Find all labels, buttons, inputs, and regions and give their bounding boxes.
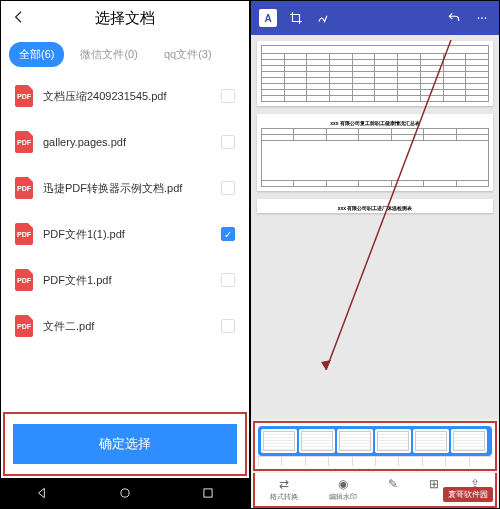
confirm-highlight: 确定选择 (3, 412, 247, 476)
doc-page-2: xxx 有限公司复工前职工健康情况汇总表 (257, 114, 493, 191)
file-name: 迅捷PDF转换器示例文档.pdf (43, 181, 211, 196)
pdf-icon: PDF (15, 131, 33, 153)
svg-point-3 (481, 17, 483, 19)
table-title: xxx 有限公司复工前职工健康情况汇总表 (261, 118, 489, 128)
pdf-icon: PDF (15, 177, 33, 199)
doc-page-3: xxx 有限公司职工进厂体温检测表 (257, 199, 493, 213)
document-viewport[interactable]: xxx 有限公司复工前职工健康情况汇总表 xxx 有限公司职工进厂体温检测表 (251, 35, 499, 419)
site-watermark: 寰哥软件园 (443, 487, 493, 502)
nav-home-icon[interactable] (118, 486, 132, 500)
file-row[interactable]: PDF PDF文件1.pdf (1, 257, 249, 303)
svg-point-2 (478, 17, 480, 19)
file-checkbox[interactable] (221, 135, 235, 149)
file-name: 文件二.pdf (43, 319, 211, 334)
thumbnails-highlight (253, 421, 497, 471)
menu-item-3[interactable]: ✎ (388, 477, 398, 502)
file-row[interactable]: PDF gallery.pages.pdf (1, 119, 249, 165)
crop-tool-icon[interactable] (287, 9, 305, 27)
tab-all[interactable]: 全部(6) (9, 42, 64, 67)
picker-header: 选择文档 (1, 1, 249, 36)
nav-back-icon[interactable] (35, 486, 49, 500)
thumb-page[interactable] (299, 429, 335, 453)
file-row[interactable]: PDF PDF文件1(1).pdf (1, 211, 249, 257)
page-thumbnails[interactable] (258, 426, 492, 456)
tool-icon: ⊞ (429, 477, 439, 491)
filter-tabs: 全部(6) 微信文件(0) qq文件(3) (1, 36, 249, 73)
doc-page-1 (257, 41, 493, 106)
menu-convert[interactable]: ⇄格式转换 (270, 477, 298, 502)
file-name: PDF文件1(1).pdf (43, 227, 211, 242)
android-nav (1, 478, 249, 508)
thumb-page[interactable] (451, 429, 487, 453)
file-checkbox[interactable] (221, 227, 235, 241)
confirm-button[interactable]: 确定选择 (13, 424, 237, 464)
file-list: PDF 文档压缩2409231545.pdf PDF gallery.pages… (1, 73, 249, 410)
editor-toolbar: A (251, 1, 499, 35)
watermark-icon: ◉ (338, 477, 348, 491)
file-row[interactable]: PDF 文件二.pdf (1, 303, 249, 349)
pdf-editor-panel: A xxx 有限公司复工前职工健康情况汇总表 (250, 0, 500, 509)
svg-point-0 (121, 489, 129, 497)
tab-qq[interactable]: qq文件(3) (154, 42, 222, 67)
file-name: gallery.pages.pdf (43, 136, 211, 148)
menu-watermark[interactable]: ◉编辑水印 (329, 477, 357, 502)
pdf-icon: PDF (15, 85, 33, 107)
text-tool-icon[interactable]: A (259, 9, 277, 27)
file-checkbox[interactable] (221, 319, 235, 333)
thumb-page[interactable] (413, 429, 449, 453)
svg-rect-1 (204, 489, 212, 497)
tab-wechat[interactable]: 微信文件(0) (70, 42, 147, 67)
svg-point-4 (485, 17, 487, 19)
svg-marker-6 (321, 360, 331, 370)
pdf-icon: PDF (15, 315, 33, 337)
file-name: 文档压缩2409231545.pdf (43, 89, 211, 104)
thumb-page[interactable] (261, 429, 297, 453)
page-title: 选择文档 (11, 9, 239, 28)
file-row[interactable]: PDF 文档压缩2409231545.pdf (1, 73, 249, 119)
undo-icon[interactable] (445, 9, 463, 27)
thumb-page[interactable] (337, 429, 373, 453)
nav-recent-icon[interactable] (201, 486, 215, 500)
ruler (258, 456, 492, 466)
file-checkbox[interactable] (221, 181, 235, 195)
sign-tool-icon[interactable] (315, 9, 333, 27)
file-row[interactable]: PDF 迅捷PDF转换器示例文档.pdf (1, 165, 249, 211)
tool-icon: ✎ (388, 477, 398, 491)
pdf-icon: PDF (15, 223, 33, 245)
more-icon[interactable] (473, 9, 491, 27)
table-title: xxx 有限公司职工进厂体温检测表 (261, 203, 489, 213)
menu-item-4[interactable]: ⊞ (429, 477, 439, 502)
thumb-page[interactable] (375, 429, 411, 453)
file-checkbox[interactable] (221, 89, 235, 103)
convert-icon: ⇄ (279, 477, 289, 491)
file-name: PDF文件1.pdf (43, 273, 211, 288)
file-checkbox[interactable] (221, 273, 235, 287)
file-picker-panel: 选择文档 全部(6) 微信文件(0) qq文件(3) PDF 文档压缩24092… (0, 0, 250, 509)
pdf-icon: PDF (15, 269, 33, 291)
